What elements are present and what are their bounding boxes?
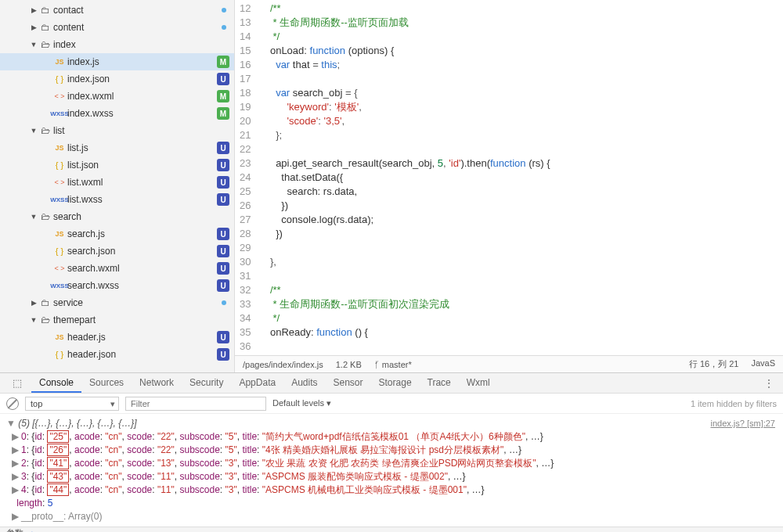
folder-icon: 🗀 — [38, 22, 53, 33]
vcs-badge: M — [217, 56, 229, 68]
tree-item-list-wxss[interactable]: WXSSlist.wxssU — [0, 191, 234, 208]
bottom-bar: 参数 > — [0, 527, 783, 532]
folder-icon: 🗀 — [38, 297, 53, 308]
vcs-badge: U — [217, 142, 229, 154]
tree-item-search-wxss[interactable]: WXSSsearch.wxssU — [0, 277, 234, 294]
inspect-icon[interactable]: ⬚ — [5, 374, 30, 392]
tree-item-search-json[interactable]: { }search.jsonU — [0, 243, 234, 260]
tree-item-content[interactable]: ▶🗀content — [0, 19, 234, 36]
json-icon: { } — [52, 246, 67, 256]
tab-storage[interactable]: Storage — [371, 374, 420, 393]
tab-trace[interactable]: Trace — [420, 374, 459, 393]
modified-dot — [222, 8, 226, 13]
vcs-badge: U — [217, 331, 229, 343]
vcs-badge: U — [217, 228, 229, 240]
wxss-icon: WXSS — [52, 196, 67, 203]
tree-item-header-js[interactable]: JSheader.jsU — [0, 329, 234, 346]
tree-item-service[interactable]: ▶🗀service — [0, 294, 234, 311]
vcs-badge: U — [217, 279, 229, 292]
modified-dot — [222, 300, 226, 305]
folder-open-icon: 🗁 — [38, 125, 53, 136]
vcs-badge: U — [217, 348, 229, 361]
vcs-badge: M — [217, 107, 229, 120]
status-lang: JavaS — [751, 358, 775, 370]
vcs-badge: U — [217, 262, 229, 275]
wxss-icon: WXSS — [52, 110, 67, 117]
vcs-badge: M — [217, 90, 229, 102]
js-icon: JS — [52, 333, 67, 341]
json-icon: { } — [52, 74, 67, 84]
modified-dot — [222, 25, 226, 30]
vcs-badge: U — [217, 193, 229, 206]
devtools-panel[interactable]: ⬚ ConsoleSourcesNetworkSecurityAppDataAu… — [0, 372, 783, 527]
status-path: /pages/index/index.js — [243, 360, 323, 369]
tree-item-index-wxss[interactable]: WXSSindex.wxssM — [0, 105, 234, 122]
tab-wxml[interactable]: Wxml — [459, 374, 498, 393]
tree-item-contact[interactable]: ▶🗀contact — [0, 2, 234, 19]
tree-item-index-json[interactable]: { }index.jsonU — [0, 70, 234, 88]
tab-console[interactable]: Console — [31, 374, 81, 393]
tree-item-search-wxml[interactable]: < >search.wxmlU — [0, 260, 234, 277]
vcs-badge: U — [217, 176, 229, 189]
file-explorer[interactable]: ▶🗀contact▶🗀content▼🗁indexJSindex.jsM{ }i… — [0, 0, 235, 372]
tree-item-search-js[interactable]: JSsearch.jsU — [0, 225, 234, 243]
tab-security[interactable]: Security — [182, 374, 231, 393]
code-editor[interactable]: 1213141516171819202122232425262728293031… — [235, 0, 783, 372]
status-branch[interactable]: ᚶ master* — [374, 360, 412, 369]
code-content[interactable]: /** * 生命周期函数--监听页面加载 */ onLoad: function… — [258, 0, 550, 355]
folder-open-icon: 🗁 — [38, 39, 53, 50]
context-select[interactable]: top — [25, 397, 119, 411]
js-icon: JS — [52, 230, 67, 238]
tab-appdata[interactable]: AppData — [231, 374, 283, 393]
wxss-icon: WXSS — [52, 282, 67, 289]
console-toolbar: top Default levels ▾ 1 item hidden by fi… — [0, 394, 783, 414]
devtools-tabs[interactable]: ⬚ ConsoleSourcesNetworkSecurityAppDataAu… — [0, 373, 783, 394]
status-cursor: 行 16，列 21 — [689, 358, 739, 370]
tree-item-themepart[interactable]: ▼🗁themepart — [0, 311, 234, 329]
wxml-icon: < > — [52, 92, 67, 100]
tree-item-index[interactable]: ▼🗁index — [0, 36, 234, 53]
vcs-badge: U — [217, 245, 229, 257]
vcs-badge: U — [217, 159, 229, 171]
tree-item-list-wxml[interactable]: < >list.wxmlU — [0, 174, 234, 191]
hidden-count: 1 item hidden by filters — [691, 399, 777, 408]
tree-item-list[interactable]: ▼🗁list — [0, 122, 234, 139]
source-link[interactable]: index.js? [sm]:27 — [710, 417, 775, 430]
tab-sources[interactable]: Sources — [81, 374, 132, 393]
more-icon[interactable]: ⋮ — [760, 378, 778, 389]
levels-select[interactable]: Default levels ▾ — [272, 398, 331, 408]
tree-item-list-js[interactable]: JSlist.jsU — [0, 139, 234, 156]
tree-item-search[interactable]: ▼🗁search — [0, 208, 234, 225]
filter-input[interactable] — [125, 397, 266, 411]
folder-open-icon: 🗁 — [38, 315, 53, 325]
folder-open-icon: 🗁 — [38, 211, 53, 222]
console-output[interactable]: index.js? [sm]:27 ▼ (5) [{…}, {…}, {…}, … — [0, 414, 783, 527]
tree-item-index-js[interactable]: JSindex.jsM — [0, 53, 234, 70]
tree-item-list-json[interactable]: { }list.jsonU — [0, 156, 234, 174]
js-icon: JS — [52, 58, 67, 66]
tab-network[interactable]: Network — [132, 374, 182, 393]
footer-label: 参数 — [6, 527, 23, 532]
json-icon: { } — [52, 350, 67, 359]
clear-console-icon[interactable] — [6, 397, 19, 410]
vcs-badge: U — [217, 73, 229, 85]
json-icon: { } — [52, 160, 67, 170]
wxml-icon: < > — [52, 264, 67, 272]
editor-statusbar: /pages/index/index.js 1.2 KB ᚶ master* 行… — [235, 355, 783, 372]
line-gutter: 1213141516171819202122232425262728293031… — [235, 0, 258, 355]
folder-icon: 🗀 — [38, 5, 53, 16]
status-size: 1.2 KB — [336, 360, 362, 369]
tree-item-index-wxml[interactable]: < >index.wxmlM — [0, 88, 234, 105]
wxml-icon: < > — [52, 178, 67, 186]
tree-item-header-json[interactable]: { }header.jsonU — [0, 346, 234, 363]
prompt-icon[interactable]: > — [31, 529, 36, 533]
tab-audits[interactable]: Audits — [283, 374, 325, 393]
js-icon: JS — [52, 144, 67, 152]
tab-sensor[interactable]: Sensor — [326, 374, 371, 393]
